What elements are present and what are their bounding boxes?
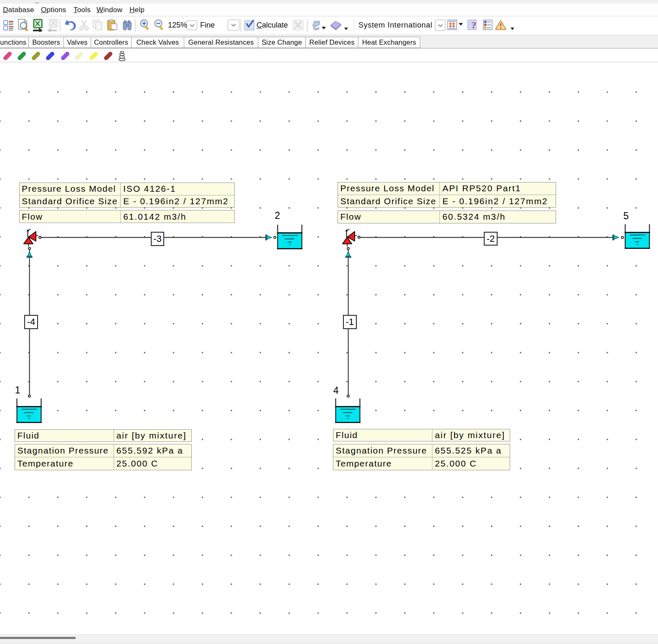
svg-text:?: ? bbox=[471, 20, 476, 30]
